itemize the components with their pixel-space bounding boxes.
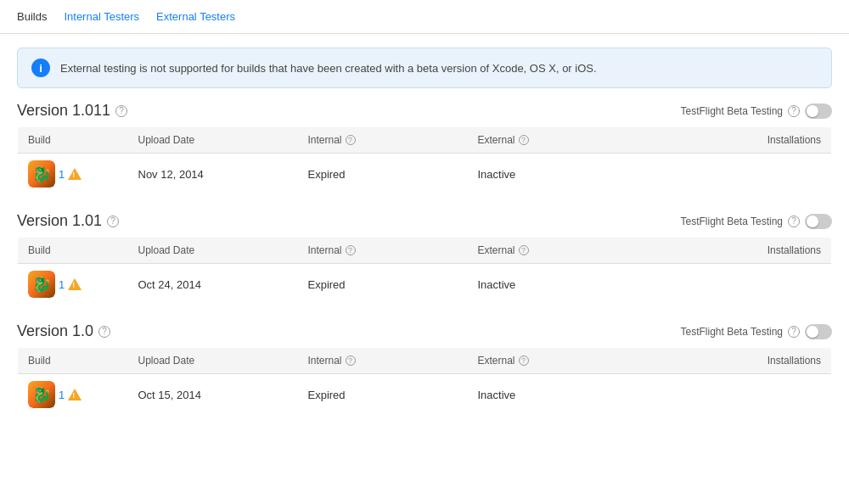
version-title-text-1: Version 1.01 — [17, 212, 102, 230]
version-title-2: Version 1.0 ? — [17, 322, 110, 340]
version-title-0: Version 1.011 ? — [17, 102, 127, 120]
internal-help-icon-1[interactable]: ? — [346, 245, 356, 255]
col-installations-0: Installations — [638, 127, 832, 154]
installations-0-0 — [638, 154, 832, 195]
version-section-1: Version 1.01 ? TestFlight Beta Testing ?… — [17, 212, 832, 305]
external-status-2-0: Inactive — [468, 374, 638, 416]
version-title-text-0: Version 1.011 — [17, 102, 110, 120]
testflight-label-2: TestFlight Beta Testing — [680, 326, 783, 338]
testflight-control-2: TestFlight Beta Testing ? — [680, 324, 832, 339]
installations-2-0 — [638, 374, 832, 416]
warning-icon-1-0 — [68, 277, 82, 291]
testflight-control-1: TestFlight Beta Testing ? — [680, 214, 832, 229]
testflight-help-icon-1[interactable]: ? — [788, 216, 800, 227]
testflight-label-1: TestFlight Beta Testing — [680, 216, 783, 227]
col-upload-date-2: Upload Date — [128, 348, 298, 374]
col-installations-2: Installations — [638, 348, 832, 374]
col-build-2: Build — [18, 348, 128, 374]
version-title-1: Version 1.01 ? — [17, 212, 119, 230]
info-icon: i — [31, 59, 50, 77]
col-internal-1: Internal ? — [298, 238, 468, 264]
build-number-1-0[interactable]: 1 — [59, 278, 65, 291]
col-upload-date-1: Upload Date — [128, 238, 298, 264]
versions-container: Version 1.011 ? TestFlight Beta Testing … — [0, 102, 849, 416]
tab-internal-testers[interactable]: Internal Testers — [64, 2, 139, 31]
version-header-0: Version 1.011 ? TestFlight Beta Testing … — [17, 102, 832, 120]
col-internal-0: Internal ? — [298, 127, 468, 154]
build-cell-0-0: 🐉 1 — [18, 154, 128, 195]
version-title-text-2: Version 1.0 — [17, 322, 93, 340]
table-row-2-0: 🐉 1 Oct 15, 2014 Expired Inactive — [18, 374, 832, 416]
builds-table-1: Build Upload Date Internal ? External — [17, 237, 832, 305]
upload-date-2-0: Oct 15, 2014 — [128, 374, 298, 416]
table-header-row-1: Build Upload Date Internal ? External — [18, 238, 832, 264]
installations-1-0 — [638, 264, 832, 305]
internal-help-icon-0[interactable]: ? — [346, 135, 356, 145]
external-status-0-0: Inactive — [468, 154, 638, 195]
testflight-toggle-2[interactable] — [805, 324, 832, 339]
internal-status-0-0: Expired — [298, 154, 468, 195]
col-upload-date-0: Upload Date — [128, 127, 298, 154]
top-navigation: Builds Internal Testers External Testers — [0, 0, 849, 34]
info-banner-text: External testing is not supported for bu… — [60, 62, 597, 75]
table-row-0-0: 🐉 1 Nov 12, 2014 Expired Inactive — [18, 154, 832, 195]
table-header-row-2: Build Upload Date Internal ? External — [18, 348, 832, 374]
col-build-0: Build — [18, 127, 128, 154]
tab-builds[interactable]: Builds — [17, 2, 47, 31]
col-external-1: External ? — [468, 238, 638, 264]
version-section-2: Version 1.0 ? TestFlight Beta Testing ? … — [17, 322, 832, 416]
version-section-0: Version 1.011 ? TestFlight Beta Testing … — [17, 102, 832, 195]
build-cell-2-0: 🐉 1 — [18, 374, 128, 416]
internal-status-2-0: Expired — [298, 374, 468, 416]
table-row-1-0: 🐉 1 Oct 24, 2014 Expired Inactive — [18, 264, 832, 305]
tab-external-testers[interactable]: External Testers — [156, 2, 235, 31]
app-icon-0-0: 🐉 — [28, 160, 55, 188]
col-build-1: Build — [18, 238, 128, 264]
internal-status-1-0: Expired — [298, 264, 468, 305]
external-help-icon-2[interactable]: ? — [519, 356, 529, 366]
testflight-help-icon-0[interactable]: ? — [788, 105, 800, 117]
app-icon-2-0: 🐉 — [28, 381, 55, 408]
upload-date-0-0: Nov 12, 2014 — [128, 154, 298, 195]
version-help-icon-2[interactable]: ? — [98, 326, 110, 338]
version-help-icon-0[interactable]: ? — [115, 105, 127, 117]
col-internal-2: Internal ? — [298, 348, 468, 374]
warning-icon-2-0 — [68, 388, 82, 401]
col-external-0: External ? — [468, 127, 638, 154]
builds-table-2: Build Upload Date Internal ? External — [17, 347, 832, 416]
info-banner: i External testing is not supported for … — [17, 48, 832, 88]
testflight-toggle-1[interactable] — [805, 214, 832, 229]
warning-triangle-0-0 — [68, 168, 82, 180]
warning-icon-0-0 — [68, 167, 82, 181]
testflight-toggle-0[interactable] — [805, 104, 832, 119]
table-header-row-0: Build Upload Date Internal ? External — [18, 127, 832, 154]
app-icon-1-0: 🐉 — [28, 271, 55, 298]
build-number-0-0[interactable]: 1 — [59, 168, 65, 181]
col-external-2: External ? — [468, 348, 638, 374]
build-number-2-0[interactable]: 1 — [59, 389, 65, 401]
external-status-1-0: Inactive — [468, 264, 638, 305]
col-installations-1: Installations — [638, 238, 832, 264]
testflight-control-0: TestFlight Beta Testing ? — [680, 104, 832, 119]
testflight-help-icon-2[interactable]: ? — [788, 326, 800, 338]
builds-table-0: Build Upload Date Internal ? External — [17, 126, 832, 195]
testflight-label-0: TestFlight Beta Testing — [680, 105, 783, 117]
internal-help-icon-2[interactable]: ? — [346, 356, 356, 366]
version-header-2: Version 1.0 ? TestFlight Beta Testing ? — [17, 322, 832, 340]
warning-triangle-2-0 — [68, 389, 82, 400]
build-cell-1-0: 🐉 1 — [18, 264, 128, 305]
version-header-1: Version 1.01 ? TestFlight Beta Testing ? — [17, 212, 832, 230]
version-help-icon-1[interactable]: ? — [107, 216, 119, 227]
external-help-icon-1[interactable]: ? — [519, 245, 529, 255]
upload-date-1-0: Oct 24, 2014 — [128, 264, 298, 305]
warning-triangle-1-0 — [68, 278, 82, 290]
external-help-icon-0[interactable]: ? — [519, 135, 529, 145]
